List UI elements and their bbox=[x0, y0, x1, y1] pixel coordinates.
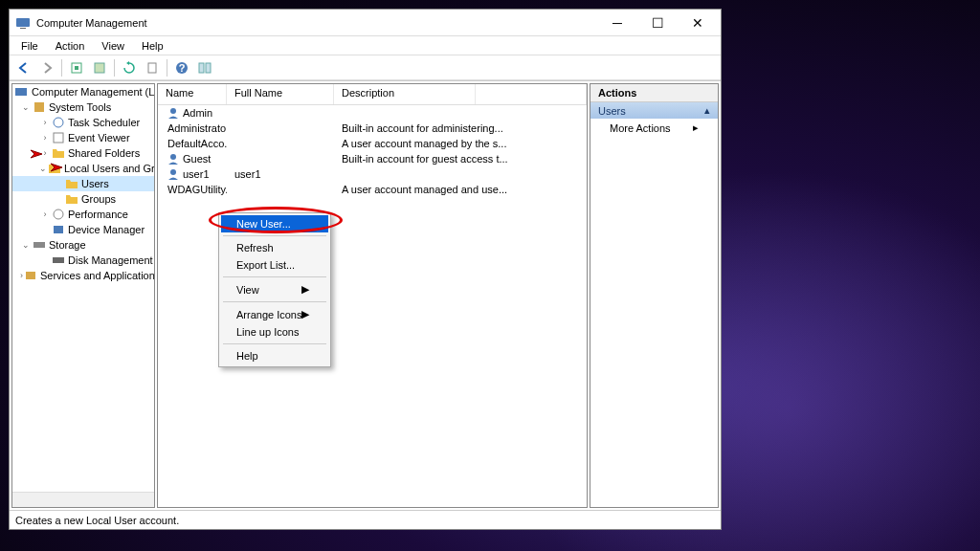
list-body: AdminAdministratorBuilt-in account for a… bbox=[158, 105, 587, 197]
expander-icon[interactable]: › bbox=[39, 118, 51, 127]
svg-rect-13 bbox=[54, 133, 63, 143]
svg-rect-0 bbox=[16, 18, 30, 27]
ctx-separator bbox=[223, 276, 326, 277]
svg-rect-16 bbox=[33, 242, 45, 248]
main-area: Computer Management (Local) ⌄ System Too… bbox=[10, 80, 721, 510]
user-icon bbox=[166, 152, 181, 165]
svg-point-19 bbox=[170, 108, 176, 114]
computer-management-window: Computer Management ─ ☐ ✕ File Action Vi… bbox=[9, 9, 722, 530]
actions-group-users[interactable]: Users ▴ bbox=[590, 102, 718, 119]
chevron-right-icon: ▶ bbox=[301, 308, 309, 320]
maximize-button[interactable]: ☐ bbox=[646, 13, 669, 33]
user-icon bbox=[166, 167, 181, 181]
expander-icon[interactable]: ⌄ bbox=[20, 240, 32, 250]
annotation-arrow-1 bbox=[29, 148, 48, 160]
tree-local-users-groups[interactable]: ⌄ Local Users and Groups bbox=[12, 161, 154, 176]
tree-root[interactable]: Computer Management (Local) bbox=[12, 84, 154, 99]
tree-users[interactable]: Users bbox=[12, 176, 154, 191]
toolbar: ? bbox=[10, 55, 721, 80]
menu-file[interactable]: File bbox=[13, 38, 46, 54]
svg-rect-3 bbox=[75, 66, 78, 70]
window-title: Computer Management bbox=[36, 17, 606, 29]
ctx-separator bbox=[223, 343, 326, 344]
table-row[interactable]: Admin bbox=[158, 105, 587, 121]
show-hide-button[interactable] bbox=[194, 57, 215, 78]
forward-button[interactable] bbox=[36, 57, 57, 78]
export-button[interactable] bbox=[142, 57, 163, 78]
properties-button[interactable] bbox=[89, 57, 110, 78]
list-pane: Name Full Name Description AdminAdminist… bbox=[157, 83, 588, 508]
svg-rect-15 bbox=[54, 226, 63, 233]
back-button[interactable] bbox=[13, 57, 34, 78]
svg-point-22 bbox=[170, 154, 176, 160]
tree-scrollbar[interactable] bbox=[12, 492, 154, 507]
svg-point-12 bbox=[54, 118, 63, 127]
context-menu: New User... Refresh Export List... View▶… bbox=[218, 212, 331, 367]
chevron-right-icon: ▸ bbox=[693, 121, 699, 134]
ctx-separator bbox=[223, 301, 326, 302]
svg-rect-5 bbox=[148, 63, 156, 73]
ctx-separator bbox=[223, 235, 326, 236]
expander-icon[interactable]: ⌄ bbox=[20, 102, 32, 112]
menu-view[interactable]: View bbox=[94, 38, 132, 54]
col-description[interactable]: Description bbox=[334, 84, 476, 104]
svg-rect-4 bbox=[95, 63, 104, 73]
ctx-view[interactable]: View▶ bbox=[221, 280, 328, 298]
actions-more[interactable]: More Actions ▸ bbox=[590, 119, 718, 137]
tree-storage[interactable]: ⌄ Storage bbox=[12, 237, 154, 253]
help-button[interactable]: ? bbox=[171, 57, 192, 78]
annotation-arrow-2 bbox=[49, 162, 68, 173]
col-empty bbox=[476, 84, 587, 104]
svg-rect-10 bbox=[15, 88, 27, 96]
ctx-lineup[interactable]: Line up Icons bbox=[221, 323, 328, 341]
chevron-right-icon: ▶ bbox=[301, 283, 309, 296]
tree-system-tools[interactable]: ⌄ System Tools bbox=[12, 99, 154, 115]
actions-pane: Actions Users ▴ More Actions ▸ bbox=[590, 83, 719, 508]
table-row[interactable]: AdministratorBuilt-in account for admini… bbox=[158, 121, 587, 136]
tree-services-apps[interactable]: › Services and Applications bbox=[12, 268, 154, 283]
tree-pane: Computer Management (Local) ⌄ System Too… bbox=[11, 83, 155, 508]
collapse-icon: ▴ bbox=[704, 104, 710, 117]
svg-text:?: ? bbox=[179, 62, 186, 74]
tree-event-viewer[interactable]: › Event Viewer bbox=[12, 130, 154, 145]
tree-groups[interactable]: Groups bbox=[12, 191, 154, 207]
ctx-new-user[interactable]: New User... bbox=[221, 215, 328, 232]
col-fullname[interactable]: Full Name bbox=[227, 84, 334, 104]
ctx-refresh[interactable]: Refresh bbox=[221, 239, 328, 256]
statusbar: Creates a new Local User account. bbox=[10, 510, 721, 529]
svg-rect-8 bbox=[199, 63, 204, 73]
svg-rect-18 bbox=[26, 272, 35, 279]
tree-task-scheduler[interactable]: › Task Scheduler bbox=[12, 115, 154, 130]
ctx-arrange[interactable]: Arrange Icons▶ bbox=[221, 305, 328, 323]
table-row[interactable]: GuestBuilt-in account for guest access t… bbox=[158, 151, 587, 166]
svg-rect-11 bbox=[34, 102, 44, 112]
col-name[interactable]: Name bbox=[158, 84, 227, 104]
menu-help[interactable]: Help bbox=[134, 38, 171, 54]
table-row[interactable]: WDAGUtility...A user account managed and… bbox=[158, 182, 587, 197]
svg-rect-1 bbox=[20, 28, 26, 29]
up-button[interactable] bbox=[66, 57, 87, 78]
close-button[interactable]: ✕ bbox=[686, 13, 709, 33]
menubar: File Action View Help bbox=[10, 36, 721, 55]
refresh-button[interactable] bbox=[119, 57, 140, 78]
svg-rect-17 bbox=[53, 257, 64, 263]
table-row[interactable]: DefaultAcco...A user account managed by … bbox=[158, 136, 587, 151]
ctx-help[interactable]: Help bbox=[221, 347, 328, 364]
status-text: Creates a new Local User account. bbox=[15, 515, 179, 526]
expander-icon[interactable]: › bbox=[39, 209, 51, 219]
table-row[interactable]: user1user1 bbox=[158, 166, 587, 182]
list-header: Name Full Name Description bbox=[158, 84, 587, 105]
actions-header: Actions bbox=[590, 84, 718, 102]
tree-device-manager[interactable]: Device Manager bbox=[12, 222, 154, 237]
svg-rect-9 bbox=[206, 63, 211, 73]
tree-disk-mgmt[interactable]: Disk Management bbox=[12, 253, 154, 268]
expander-icon[interactable]: › bbox=[39, 133, 51, 143]
menu-action[interactable]: Action bbox=[48, 38, 93, 54]
ctx-export[interactable]: Export List... bbox=[221, 256, 328, 274]
expander-icon[interactable]: ⌄ bbox=[39, 164, 47, 173]
svg-point-23 bbox=[170, 169, 176, 175]
minimize-button[interactable]: ─ bbox=[606, 13, 629, 33]
svg-point-14 bbox=[54, 209, 63, 219]
titlebar: Computer Management ─ ☐ ✕ bbox=[10, 10, 721, 36]
tree-performance[interactable]: › Performance bbox=[12, 207, 154, 222]
